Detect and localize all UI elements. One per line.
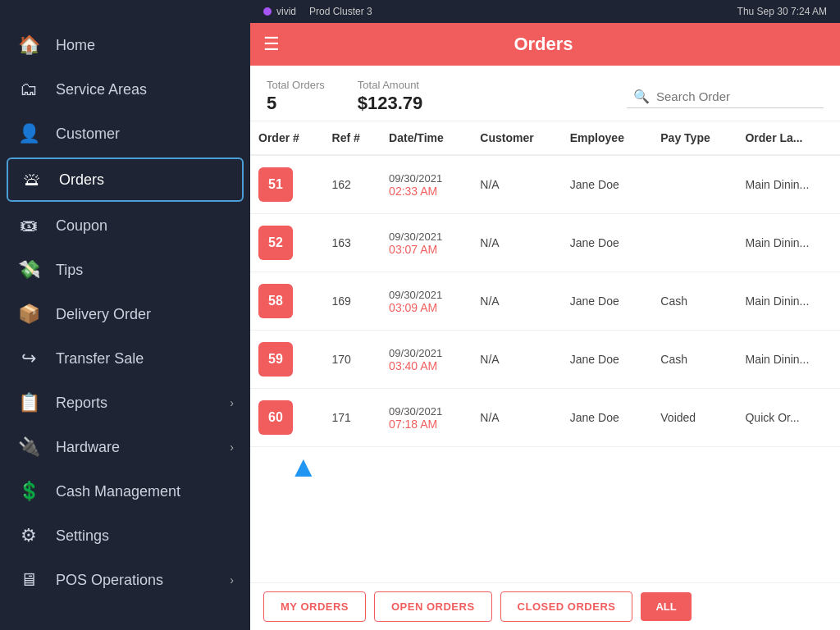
orders-icon: 🛎	[20, 169, 44, 190]
search-input[interactable]	[656, 89, 817, 103]
sidebar-label-reports: Reports	[56, 395, 107, 412]
order-badge: 60	[258, 400, 293, 435]
order-time: 03:40 AM	[389, 359, 463, 372]
cell-datetime: 09/30/2021 03:09 AM	[381, 272, 472, 331]
sidebar-item-customer[interactable]: 👤 Customer	[0, 112, 250, 156]
sidebar-label-tips: Tips	[56, 262, 83, 279]
sidebar-label-customer: Customer	[56, 126, 120, 143]
table-row[interactable]: 58 169 09/30/2021 03:09 AM N/A Jane Doe …	[250, 272, 840, 331]
table-row[interactable]: 59 170 09/30/2021 03:40 AM N/A Jane Doe …	[250, 331, 840, 389]
closed-orders-button[interactable]: CLOSED ORDERS	[500, 591, 633, 622]
cell-pay-type: Voided	[652, 389, 737, 447]
cell-datetime: 09/30/2021 02:33 AM	[381, 155, 472, 214]
order-date: 09/30/2021	[389, 231, 463, 243]
sidebar-item-pos-operations[interactable]: 🖥 POS Operations ›	[0, 558, 250, 602]
total-amount-summary: Total Amount $123.79	[358, 79, 423, 114]
sidebar-item-delivery-order[interactable]: 📦 Delivery Order	[0, 292, 250, 336]
col-order-num: Order #	[250, 121, 324, 155]
table-header-row: Order # Ref # Date/Time Customer Employe…	[250, 121, 840, 155]
table-row[interactable]: 51 162 09/30/2021 02:33 AM N/A Jane Doe …	[250, 155, 840, 214]
sidebar-label-home: Home	[56, 37, 95, 54]
cash-icon: 💲	[16, 481, 41, 502]
search-icon: 🔍	[633, 89, 650, 104]
coupon-icon: 🎟	[16, 215, 41, 236]
order-date: 09/30/2021	[389, 405, 463, 418]
sidebar-label-orders: Orders	[59, 171, 104, 189]
sidebar-item-hardware[interactable]: 🔌 Hardware ›	[0, 425, 250, 469]
delivery-icon: 📦	[16, 304, 41, 325]
total-orders-value: 5	[267, 93, 325, 114]
all-orders-button[interactable]: ALL	[641, 592, 691, 621]
sidebar-item-home[interactable]: 🏠 Home	[0, 23, 250, 67]
hardware-icon: 🔌	[16, 436, 41, 458]
sidebar-item-cash-management[interactable]: 💲 Cash Management	[0, 469, 250, 514]
cell-employee: Jane Doe	[562, 214, 653, 272]
customer-icon: 👤	[16, 123, 41, 144]
cell-order-num: 59	[250, 331, 324, 389]
settings-icon: ⚙	[16, 525, 41, 546]
sidebar-item-transfer-sale[interactable]: ↪ Transfer Sale	[0, 336, 250, 381]
col-datetime: Date/Time	[381, 121, 472, 155]
col-customer: Customer	[472, 121, 562, 155]
table-row[interactable]: 60 171 09/30/2021 07:18 AM N/A Jane Doe …	[250, 389, 840, 447]
order-badge: 59	[258, 342, 293, 377]
cell-order-location: Main Dinin...	[737, 331, 840, 389]
pos-icon: 🖥	[16, 569, 41, 591]
orders-table: Order # Ref # Date/Time Customer Employe…	[250, 121, 840, 447]
cell-datetime: 09/30/2021 07:18 AM	[381, 389, 472, 447]
sidebar-label-cash-management: Cash Management	[56, 483, 180, 500]
total-orders-summary: Total Orders 5	[267, 79, 325, 114]
col-pay-type: Pay Type	[652, 121, 737, 155]
tips-icon: 💸	[16, 259, 41, 281]
sidebar-label-hardware: Hardware	[56, 439, 120, 456]
sidebar-label-pos-operations: POS Operations	[56, 572, 163, 589]
cell-order-num: 58	[250, 272, 324, 331]
cell-datetime: 09/30/2021 03:40 AM	[381, 331, 472, 389]
order-date: 09/30/2021	[389, 347, 463, 359]
cell-customer: N/A	[472, 389, 562, 447]
col-ref: Ref #	[324, 121, 381, 155]
cell-datetime: 09/30/2021 03:07 AM	[381, 214, 472, 272]
col-order-location: Order La...	[737, 121, 840, 155]
sidebar-item-orders[interactable]: 🛎 Orders	[7, 158, 244, 202]
sidebar-item-tips[interactable]: 💸 Tips	[0, 248, 250, 292]
menu-icon[interactable]: ☰	[263, 34, 280, 55]
sidebar-item-coupon[interactable]: 🎟 Coupon	[0, 203, 250, 248]
cell-ref: 171	[324, 389, 381, 447]
cell-ref: 169	[324, 272, 381, 331]
sidebar-item-reports[interactable]: 📋 Reports ›	[0, 381, 250, 425]
sidebar-label-settings: Settings	[56, 527, 109, 545]
cell-customer: N/A	[472, 331, 562, 389]
cell-order-location: Main Dinin...	[737, 214, 840, 272]
reports-icon: 📋	[16, 392, 41, 413]
cell-order-num: 52	[250, 214, 324, 272]
cell-order-location: Quick Or...	[737, 389, 840, 447]
cell-employee: Jane Doe	[562, 155, 653, 214]
order-date: 09/30/2021	[389, 172, 463, 185]
search-container[interactable]: 🔍	[627, 85, 824, 108]
header-bar: ☰ Orders	[250, 23, 840, 66]
total-amount-value: $123.79	[358, 93, 423, 114]
orders-table-container: Order # Ref # Date/Time Customer Employe…	[250, 121, 840, 582]
reports-chevron-icon: ›	[230, 396, 234, 409]
cell-employee: Jane Doe	[562, 331, 653, 389]
page-title: Orders	[293, 34, 794, 55]
arrow-up-icon: ▲	[289, 452, 318, 482]
cell-ref: 162	[324, 155, 381, 214]
pos-chevron-icon: ›	[230, 573, 234, 587]
sidebar-item-service-areas[interactable]: 🗂 Service Areas	[0, 67, 250, 112]
order-time: 03:09 AM	[389, 301, 463, 314]
sidebar-label-transfer-sale: Transfer Sale	[56, 350, 144, 368]
sidebar-item-settings[interactable]: ⚙ Settings	[0, 514, 250, 558]
sidebar-label-service-areas: Service Areas	[56, 81, 147, 98]
total-amount-label: Total Amount	[358, 79, 423, 91]
cell-customer: N/A	[472, 214, 562, 272]
open-orders-button[interactable]: OPEN ORDERS	[374, 591, 492, 622]
home-icon: 🏠	[16, 34, 41, 56]
table-row[interactable]: 52 163 09/30/2021 03:07 AM N/A Jane Doe …	[250, 214, 840, 272]
cell-employee: Jane Doe	[562, 389, 653, 447]
statusbar-logo: vivid	[276, 6, 296, 17]
cell-ref: 170	[324, 331, 381, 389]
cell-employee: Jane Doe	[562, 272, 653, 331]
my-orders-button[interactable]: MY ORDERS	[263, 591, 366, 622]
